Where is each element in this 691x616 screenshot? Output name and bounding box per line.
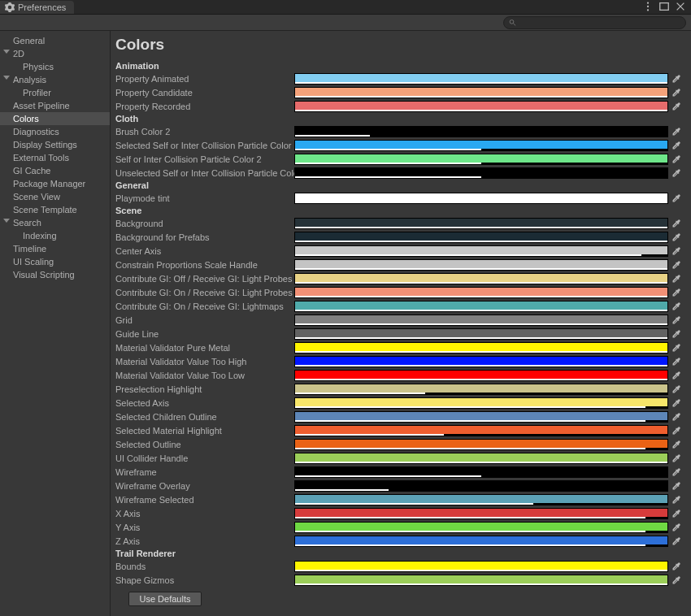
sidebar-item-asset-pipeline[interactable]: Asset Pipeline (0, 99, 110, 112)
eyedropper-icon[interactable] (670, 154, 683, 165)
color-swatch[interactable] (294, 561, 668, 572)
color-row: Selected Children Outline (114, 410, 683, 423)
color-swatch[interactable] (294, 101, 668, 112)
eyedropper-icon[interactable] (670, 259, 683, 271)
sidebar-item-analysis[interactable]: Analysis (0, 73, 110, 86)
color-label: Property Animated (114, 74, 294, 84)
chevron-down-icon (3, 219, 10, 223)
color-swatch[interactable] (294, 273, 668, 284)
sidebar-item-external-tools[interactable]: External Tools (0, 151, 110, 164)
color-swatch[interactable] (294, 575, 668, 586)
color-swatch[interactable] (294, 425, 668, 436)
eyedropper-icon[interactable] (670, 273, 683, 284)
eyedropper-icon[interactable] (670, 101, 683, 112)
eyedropper-icon[interactable] (670, 411, 683, 423)
color-swatch[interactable] (294, 453, 668, 464)
eyedropper-icon[interactable] (670, 87, 683, 98)
eyedropper-icon[interactable] (670, 73, 683, 85)
color-swatch[interactable] (294, 494, 668, 505)
sidebar-item-diagnostics[interactable]: Diagnostics (0, 125, 110, 138)
color-swatch[interactable] (294, 356, 668, 367)
eyedropper-icon[interactable] (670, 397, 683, 409)
window-tab[interactable]: Preferences (0, 1, 74, 14)
eyedropper-icon[interactable] (670, 480, 683, 492)
eyedropper-icon[interactable] (670, 287, 683, 298)
sidebar-item-label: Package Manager (13, 179, 85, 189)
color-swatch[interactable] (294, 287, 668, 298)
eyedropper-icon[interactable] (670, 439, 683, 450)
eyedropper-icon[interactable] (670, 522, 683, 533)
search-input[interactable] (519, 18, 680, 28)
eyedropper-icon[interactable] (670, 328, 683, 340)
sidebar-item-scene-view[interactable]: Scene View (0, 190, 110, 203)
eyedropper-icon[interactable] (670, 466, 683, 478)
sidebar-item-visual-scripting[interactable]: Visual Scripting (0, 268, 110, 281)
eyedropper-icon[interactable] (670, 494, 683, 505)
color-swatch[interactable] (294, 87, 668, 98)
color-swatch[interactable] (294, 384, 668, 395)
color-swatch[interactable] (294, 167, 668, 179)
color-swatch[interactable] (294, 73, 668, 85)
sidebar-item-2d[interactable]: 2D (0, 47, 110, 60)
eyedropper-icon[interactable] (670, 193, 683, 204)
eyedropper-icon[interactable] (670, 561, 683, 572)
eyedropper-icon[interactable] (670, 245, 683, 257)
color-swatch[interactable] (294, 536, 668, 547)
color-label: Contribute GI: On / Receive GI: Lightmap… (114, 301, 294, 311)
color-swatch[interactable] (294, 193, 668, 204)
search-field[interactable] (503, 16, 686, 29)
eyedropper-icon[interactable] (670, 575, 683, 586)
sidebar-item-ui-scaling[interactable]: UI Scaling (0, 255, 110, 268)
color-swatch[interactable] (294, 342, 668, 354)
close-icon[interactable] (675, 1, 686, 14)
color-swatch[interactable] (294, 522, 668, 533)
color-swatch[interactable] (294, 411, 668, 423)
sidebar-item-profiler[interactable]: Profiler (0, 86, 110, 99)
color-swatch[interactable] (294, 245, 668, 257)
color-swatch[interactable] (294, 301, 668, 312)
sidebar-item-physics[interactable]: Physics (0, 60, 110, 73)
eyedropper-icon[interactable] (670, 126, 683, 137)
maximize-icon[interactable] (658, 1, 670, 14)
use-defaults-button[interactable]: Use Defaults (128, 592, 202, 606)
color-swatch[interactable] (294, 232, 668, 243)
color-swatch[interactable] (294, 508, 668, 519)
eyedropper-icon[interactable] (670, 218, 683, 229)
eyedropper-icon[interactable] (670, 536, 683, 547)
sidebar-item-package-manager[interactable]: Package Manager (0, 177, 110, 190)
color-swatch[interactable] (294, 140, 668, 151)
sidebar-item-colors[interactable]: Colors (0, 112, 110, 125)
color-swatch[interactable] (294, 439, 668, 450)
color-swatch[interactable] (294, 466, 668, 478)
color-swatch[interactable] (294, 315, 668, 326)
color-swatch[interactable] (294, 218, 668, 229)
eyedropper-icon[interactable] (670, 167, 683, 179)
svg-point-0 (647, 2, 649, 3)
sidebar-item-display-settings[interactable]: Display Settings (0, 138, 110, 151)
eyedropper-icon[interactable] (670, 425, 683, 436)
sidebar-item-search[interactable]: Search (0, 216, 110, 229)
sidebar-item-general[interactable]: General (0, 34, 110, 47)
kebab-menu-icon[interactable] (642, 1, 654, 14)
eyedropper-icon[interactable] (670, 508, 683, 519)
sidebar-item-indexing[interactable]: Indexing (0, 229, 110, 242)
color-swatch[interactable] (294, 154, 668, 165)
eyedropper-icon[interactable] (670, 384, 683, 395)
eyedropper-icon[interactable] (670, 342, 683, 354)
eyedropper-icon[interactable] (670, 232, 683, 243)
eyedropper-icon[interactable] (670, 140, 683, 151)
color-swatch[interactable] (294, 480, 668, 492)
color-swatch[interactable] (294, 328, 668, 340)
eyedropper-icon[interactable] (670, 356, 683, 367)
sidebar-item-timeline[interactable]: Timeline (0, 242, 110, 255)
color-swatch[interactable] (294, 126, 668, 137)
sidebar-item-gi-cache[interactable]: GI Cache (0, 164, 110, 177)
color-swatch[interactable] (294, 259, 668, 271)
eyedropper-icon[interactable] (670, 453, 683, 464)
color-swatch[interactable] (294, 397, 668, 409)
sidebar-item-scene-template[interactable]: Scene Template (0, 203, 110, 216)
color-swatch[interactable] (294, 370, 668, 381)
eyedropper-icon[interactable] (670, 315, 683, 326)
eyedropper-icon[interactable] (670, 301, 683, 312)
eyedropper-icon[interactable] (670, 370, 683, 381)
